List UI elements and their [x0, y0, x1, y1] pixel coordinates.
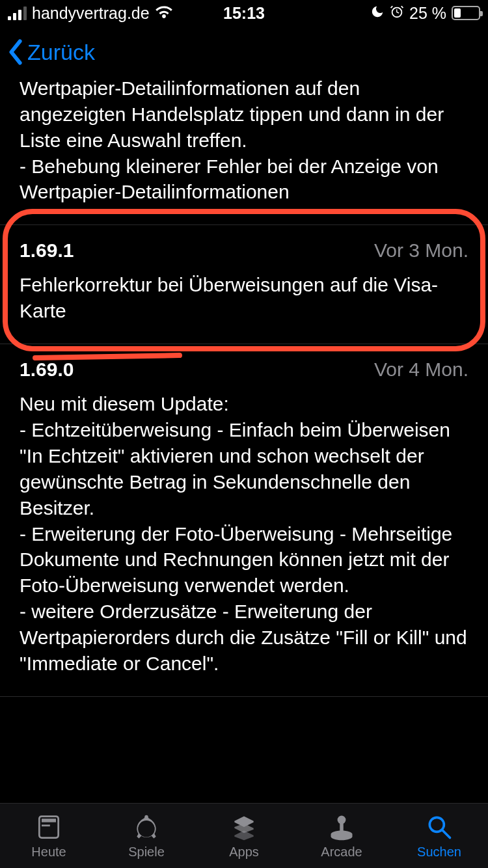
- cell-signal-icon: [8, 6, 27, 20]
- svg-rect-2: [42, 824, 50, 826]
- tab-label: Suchen: [417, 845, 461, 860]
- status-left: handyvertrag.de: [8, 4, 173, 23]
- version-notes: Neu mit diesem Update: - Echtzeitüberwei…: [20, 391, 468, 677]
- tab-today[interactable]: Heute: [0, 804, 98, 868]
- tab-label: Apps: [229, 845, 259, 860]
- carrier-label: handyvertrag.de: [32, 4, 150, 23]
- tab-bar: Heute Spiele Apps Arcade Suchen: [0, 803, 488, 868]
- search-icon: [424, 812, 455, 842]
- version-number: 1.69.1: [20, 239, 74, 262]
- tab-arcade[interactable]: Arcade: [293, 804, 390, 868]
- back-label: Zurück: [27, 40, 95, 65]
- tab-label: Arcade: [321, 845, 362, 860]
- battery-percent-label: 25 %: [409, 4, 446, 23]
- battery-fill: [454, 8, 461, 18]
- apps-icon: [228, 812, 260, 842]
- version-block: angezeigt werden. Hierzu einfach in den …: [0, 78, 488, 224]
- wifi-icon: [155, 4, 173, 23]
- version-age: Vor 4 Mon.: [374, 359, 468, 381]
- tab-search[interactable]: Suchen: [390, 804, 488, 868]
- version-notes: Fehlerkorrektur bei Überweisungen auf di…: [20, 272, 468, 324]
- svg-rect-4: [340, 823, 344, 832]
- back-button[interactable]: Zurück: [7, 39, 95, 65]
- battery-icon: [452, 6, 480, 20]
- today-icon: [33, 812, 64, 842]
- version-age: Vor 3 Mon.: [374, 239, 468, 262]
- version-header: 1.69.1Vor 3 Mon.: [20, 239, 468, 262]
- status-bar: handyvertrag.de 15:13 25 %: [0, 0, 488, 26]
- chevron-left-icon: [7, 39, 25, 65]
- alarm-icon: [390, 4, 404, 23]
- version-block: 1.69.1Vor 3 Mon.Fehlerkorrektur bei Über…: [0, 224, 488, 344]
- arcade-icon: [326, 812, 357, 842]
- nav-bar: Zurück: [0, 26, 488, 78]
- svg-point-5: [429, 817, 444, 832]
- games-icon: [131, 812, 162, 842]
- moon-icon: [370, 4, 385, 23]
- svg-line-6: [443, 831, 450, 838]
- version-divider: [0, 696, 488, 731]
- version-block: 1.69.0Vor 4 Mon.Neu mit diesem Update: -…: [0, 344, 488, 696]
- svg-rect-1: [42, 819, 56, 822]
- tab-apps[interactable]: Apps: [195, 804, 293, 868]
- tab-label: Heute: [31, 845, 66, 860]
- tab-label: Spiele: [128, 845, 165, 860]
- version-history-list[interactable]: angezeigt werden. Hierzu einfach in den …: [0, 78, 488, 803]
- svg-point-3: [338, 816, 346, 824]
- tab-games[interactable]: Spiele: [98, 804, 195, 868]
- version-number: 1.69.0: [20, 359, 74, 381]
- status-right: 25 %: [370, 4, 480, 23]
- version-notes: angezeigt werden. Hierzu einfach in den …: [20, 78, 468, 205]
- version-header: 1.69.0Vor 4 Mon.: [20, 359, 468, 381]
